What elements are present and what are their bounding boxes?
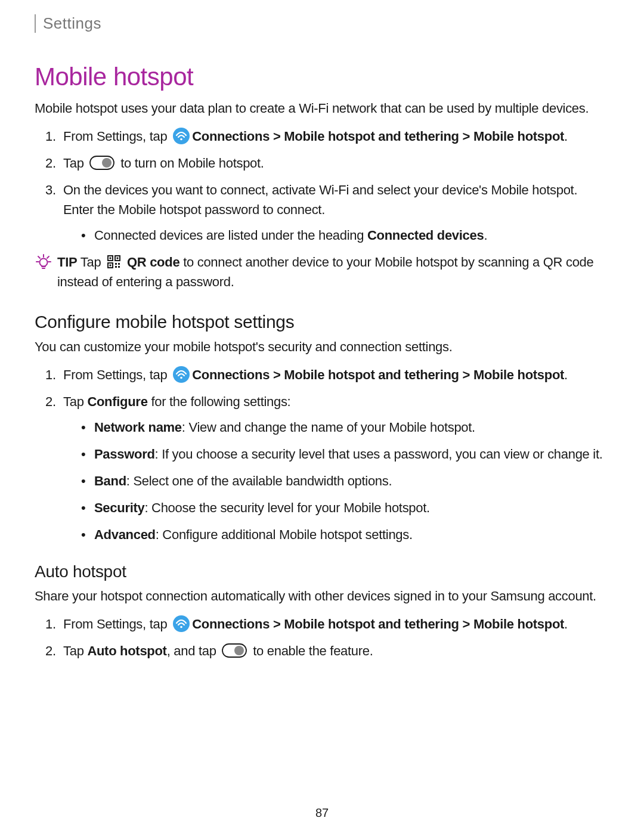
sub-text: . [484,228,487,243]
list-item: Connected devices are listed under the h… [63,225,609,245]
list-item: Tap Configure for the following settings… [35,392,609,544]
step-text: From Settings, tap [63,617,171,631]
svg-rect-15 [117,258,119,259]
list-item: From Settings, tap Connections > Mobile … [35,614,609,634]
list-item: Security: Choose the security level for … [63,498,609,518]
bullet-bold: Password [94,447,155,462]
list-item: Advanced: Configure additional Mobile ho… [63,525,609,544]
page-number: 87 [0,806,644,820]
svg-line-10 [38,256,40,258]
bullet-bold: Band [94,473,126,488]
step-bold: Auto hotspot [87,643,166,658]
step-text: . [564,617,568,631]
bullet-bold: Network name [94,420,182,435]
section-intro: You can customize your mobile hotspot's … [35,337,609,357]
step-text: to enable the feature. [249,643,373,658]
tip-text: TIP Tap QR code to connect another devic… [57,252,609,292]
sub-text: Connected devices are listed under the h… [94,228,367,243]
section-heading: Auto hotspot [35,562,609,581]
list-item: Password: If you choose a security level… [63,444,609,464]
connections-icon [173,128,190,144]
step-bold: Configure [87,394,147,409]
svg-rect-20 [115,266,117,268]
bullet-text: : If you choose a security level that us… [155,447,603,462]
bullet-bold: Advanced [94,527,156,542]
tip-prefix: Tap [77,255,104,270]
sub-list: Connected devices are listed under the h… [63,225,609,245]
list-item: Network name: View and change the name o… [63,417,609,437]
breadcrumb: Settings [35,14,609,33]
lightbulb-icon [35,253,52,274]
list-item: On the devices you want to connect, acti… [35,180,609,245]
bullet-text: : Select one of the available bandwidth … [126,473,392,488]
svg-point-3 [102,158,112,168]
section-heading: Configure mobile hotspot settings [35,312,609,332]
step-bold: Connections > Mobile hotspot and tetheri… [192,617,564,631]
list-item: Band: Select one of the available bandwi… [63,471,609,491]
list-item: From Settings, tap Connections > Mobile … [35,365,609,385]
connections-icon [173,366,190,383]
step-text: On the devices you want to connect, acti… [63,182,577,217]
steps-list-3: From Settings, tap Connections > Mobile … [35,614,609,661]
svg-rect-21 [118,266,120,268]
svg-point-23 [180,377,182,379]
step-text: . [564,129,568,144]
section-intro: Share your hotspot connection automatica… [35,586,609,606]
step-text: Tap [63,156,87,171]
svg-point-27 [234,646,244,655]
step-bold: Connections > Mobile hotspot and tetheri… [192,129,564,144]
bullet-text: : Choose the security level for your Mob… [144,500,429,515]
sub-bold: Connected devices [367,228,484,243]
step-bold: Connections > Mobile hotspot and tetheri… [192,367,564,382]
step-text: From Settings, tap [63,367,171,382]
tip-bold: QR code [123,255,179,270]
list-item: Tap Auto hotspot, and tap to enable the … [35,641,609,661]
list-item: Tap to turn on Mobile hotspot. [35,153,609,173]
step-text: From Settings, tap [63,129,171,144]
tip-block: TIP Tap QR code to connect another devic… [35,252,609,292]
sub-list: Network name: View and change the name o… [63,417,609,544]
bullet-text: : Configure additional Mobile hotspot se… [156,527,413,542]
step-text: for the following settings: [148,394,291,409]
svg-point-25 [180,626,182,628]
step-text: to turn on Mobile hotspot. [117,156,264,171]
connections-icon [173,615,190,632]
intro-text: Mobile hotspot uses your data plan to cr… [35,98,609,118]
svg-rect-13 [110,258,112,259]
svg-line-11 [47,256,49,258]
page-title: Mobile hotspot [35,63,609,91]
step-text: Tap [63,394,87,409]
bullet-bold: Security [94,500,144,515]
list-item: From Settings, tap Connections > Mobile … [35,126,609,146]
svg-point-1 [180,138,182,141]
step-text: , and tap [167,643,220,658]
step-text: . [564,367,568,382]
qr-code-icon [107,255,121,269]
toggle-off-icon [222,643,247,658]
svg-rect-19 [118,263,120,265]
bullet-text: : View and change the name of your Mobil… [182,420,475,435]
svg-rect-18 [115,263,117,265]
steps-list-2: From Settings, tap Connections > Mobile … [35,365,609,544]
toggle-off-icon [89,156,114,170]
tip-label: TIP [57,255,77,270]
svg-rect-17 [110,265,112,267]
svg-point-4 [40,259,48,267]
steps-list-1: From Settings, tap Connections > Mobile … [35,126,609,245]
step-text: Tap [63,643,87,658]
